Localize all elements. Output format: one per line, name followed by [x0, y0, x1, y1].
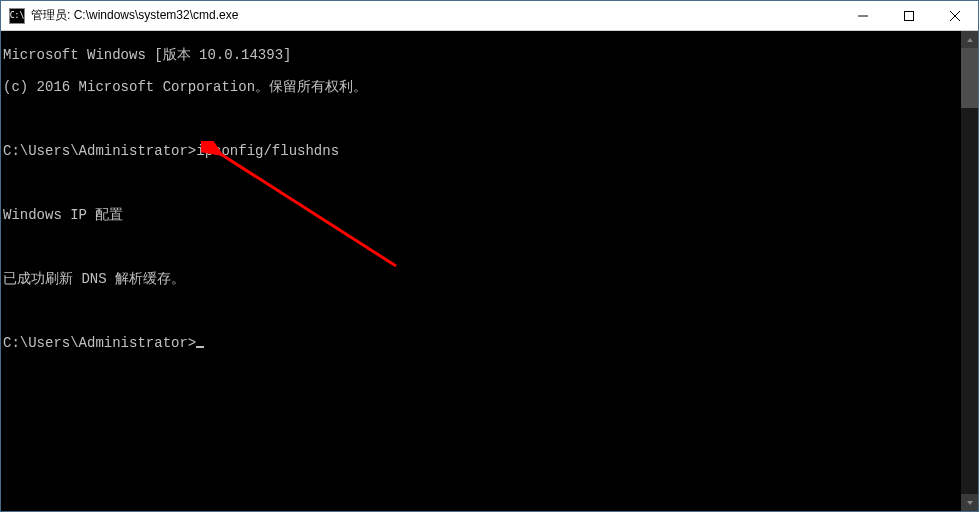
cmd-icon: C:\	[9, 8, 25, 24]
close-icon	[950, 11, 960, 21]
terminal-line	[3, 175, 959, 191]
minimize-icon	[858, 11, 868, 21]
svg-marker-6	[967, 38, 973, 42]
window-controls	[840, 1, 978, 30]
chevron-up-icon	[966, 36, 974, 44]
terminal-line	[3, 239, 959, 255]
terminal-line: (c) 2016 Microsoft Corporation。保留所有权利。	[3, 79, 959, 95]
terminal-line: Microsoft Windows [版本 10.0.14393]	[3, 47, 959, 63]
titlebar[interactable]: C:\ 管理员: C:\windows\system32\cmd.exe	[1, 1, 978, 31]
svg-rect-1	[905, 11, 914, 20]
minimize-button[interactable]	[840, 1, 886, 30]
scroll-thumb[interactable]	[961, 48, 978, 108]
terminal-line	[3, 111, 959, 127]
terminal-line: C:\Users\Administrator>ipconfig/flushdns	[3, 143, 959, 159]
scroll-track[interactable]	[961, 48, 978, 494]
terminal-output[interactable]: Microsoft Windows [版本 10.0.14393] (c) 20…	[1, 31, 961, 511]
maximize-icon	[904, 11, 914, 21]
close-button[interactable]	[932, 1, 978, 30]
terminal-prompt-line: C:\Users\Administrator>	[3, 335, 959, 351]
terminal-area: Microsoft Windows [版本 10.0.14393] (c) 20…	[1, 31, 978, 511]
window-title: 管理员: C:\windows\system32\cmd.exe	[31, 7, 840, 24]
terminal-line: 已成功刷新 DNS 解析缓存。	[3, 271, 959, 287]
cmd-window: C:\ 管理员: C:\windows\system32\cmd.exe Mic…	[0, 0, 979, 512]
terminal-prompt: C:\Users\Administrator>	[3, 335, 196, 351]
scroll-down-button[interactable]	[961, 494, 978, 511]
vertical-scrollbar[interactable]	[961, 31, 978, 511]
scroll-up-button[interactable]	[961, 31, 978, 48]
cursor	[196, 346, 204, 348]
chevron-down-icon	[966, 499, 974, 507]
maximize-button[interactable]	[886, 1, 932, 30]
terminal-line	[3, 303, 959, 319]
terminal-line: Windows IP 配置	[3, 207, 959, 223]
svg-marker-7	[967, 501, 973, 505]
